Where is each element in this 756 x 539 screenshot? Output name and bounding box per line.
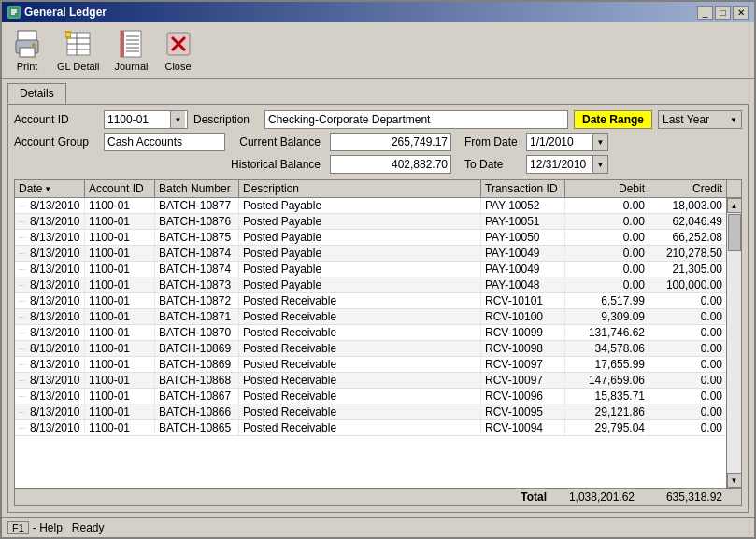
journal-button[interactable]: Journal: [109, 26, 152, 75]
col-header-description[interactable]: Description: [239, 180, 481, 197]
journal-icon: [116, 29, 146, 59]
print-icon: [12, 29, 42, 59]
cell-transaction-id: PAY-10050: [481, 230, 565, 245]
cell-account: 1100-01: [85, 262, 155, 277]
gl-detail-button[interactable]: GL Detail: [52, 26, 104, 75]
col-header-credit[interactable]: Credit: [649, 180, 726, 197]
table-row[interactable]: ··· 8/13/2010 1100-01 BATCH-10865 Posted…: [15, 420, 726, 436]
table-row[interactable]: ··· 8/13/2010 1100-01 BATCH-10867 Posted…: [15, 389, 726, 404]
cell-credit: 21,305.00: [649, 262, 726, 277]
cell-description: Posted Payable: [239, 198, 481, 213]
cell-credit: 0.00: [649, 325, 726, 340]
account-group-label: Account Group: [14, 135, 98, 149]
date-range-button[interactable]: Date Range: [574, 110, 652, 129]
cell-credit: 0.00: [649, 341, 726, 356]
table-row[interactable]: ··· 8/13/2010 1100-01 BATCH-10872 Posted…: [15, 293, 726, 309]
historical-balance-input[interactable]: [330, 155, 451, 174]
cell-account: 1100-01: [85, 230, 155, 245]
to-date-label: To Date: [464, 158, 521, 171]
table-row[interactable]: ··· 8/13/2010 1100-01 BATCH-10866 Posted…: [15, 404, 726, 420]
table-row[interactable]: ··· 8/13/2010 1100-01 BATCH-10869 Posted…: [15, 357, 726, 373]
cell-account: 1100-01: [85, 198, 155, 213]
table-row[interactable]: ··· 8/13/2010 1100-01 BATCH-10877 Posted…: [15, 198, 726, 214]
to-date-dropdown[interactable]: ▼: [592, 156, 607, 173]
svg-rect-6: [20, 48, 35, 57]
col-header-account-id[interactable]: Account ID: [85, 180, 155, 197]
table-row[interactable]: ··· 8/13/2010 1100-01 BATCH-10873 Posted…: [15, 277, 726, 293]
cell-batch: BATCH-10866: [155, 404, 239, 419]
cell-batch: BATCH-10874: [155, 262, 239, 277]
cell-transaction-id: RCV-10101: [481, 293, 565, 308]
cell-batch: BATCH-10873: [155, 277, 239, 292]
table-row[interactable]: ··· 8/13/2010 1100-01 BATCH-10870 Posted…: [15, 325, 726, 341]
cell-transaction-id: RCV-10098: [481, 341, 565, 356]
description-label: Description: [193, 113, 259, 126]
maximize-button[interactable]: □: [715, 6, 731, 20]
cell-date: ··· 8/13/2010: [15, 373, 85, 388]
cell-debit: 0.00: [565, 246, 649, 261]
cell-description: Posted Receivable: [239, 404, 481, 419]
table-row[interactable]: ··· 8/13/2010 1100-01 BATCH-10874 Posted…: [15, 262, 726, 277]
print-button[interactable]: Print: [7, 26, 47, 75]
table-footer: Total 1,038,201.62 635,318.92: [15, 488, 741, 505]
row-expand-icon: ···: [19, 392, 30, 401]
cell-date: ··· 8/13/2010: [15, 262, 85, 277]
cell-transaction-id: PAY-10052: [481, 198, 565, 213]
vertical-scrollbar[interactable]: ▲ ▼: [726, 198, 741, 488]
col-header-date[interactable]: Date ▼: [15, 180, 85, 197]
cell-transaction-id: RCV-10099: [481, 325, 565, 340]
scroll-track[interactable]: [727, 213, 741, 473]
row-expand-icon: ···: [19, 376, 30, 385]
cell-date: ··· 8/13/2010: [15, 230, 85, 245]
form-section: Account ID ▼ Description Date Range Last…: [14, 110, 742, 174]
account-group-input[interactable]: [104, 133, 225, 151]
cell-account: 1100-01: [85, 420, 155, 435]
col-header-transaction[interactable]: Transaction ID: [481, 180, 565, 197]
gl-detail-label: GL Detail: [57, 61, 99, 72]
cell-debit: 0.00: [565, 214, 649, 229]
col-header-debit[interactable]: Debit: [565, 180, 649, 197]
table-row[interactable]: ··· 8/13/2010 1100-01 BATCH-10868 Posted…: [15, 373, 726, 389]
to-date-input[interactable]: [527, 157, 592, 172]
scroll-up-button[interactable]: ▲: [727, 198, 742, 213]
gl-detail-icon: [64, 29, 93, 59]
cell-transaction-id: PAY-10051: [481, 214, 565, 229]
cell-description: Posted Payable: [239, 246, 481, 261]
scroll-down-button[interactable]: ▼: [727, 473, 742, 488]
last-year-label: Last Year: [663, 113, 709, 126]
cell-batch: BATCH-10874: [155, 246, 239, 261]
table-row[interactable]: ··· 8/13/2010 1100-01 BATCH-10869 Posted…: [15, 341, 726, 357]
main-panel: Account ID ▼ Description Date Range Last…: [7, 104, 749, 513]
col-header-batch[interactable]: Batch Number: [155, 180, 239, 197]
account-id-input[interactable]: [105, 112, 170, 127]
tab-bar: Details: [2, 79, 754, 104]
table-row[interactable]: ··· 8/13/2010 1100-01 BATCH-10874 Posted…: [15, 246, 726, 262]
cell-transaction-id: PAY-10049: [481, 262, 565, 277]
minimize-button[interactable]: _: [697, 6, 713, 20]
scroll-thumb[interactable]: [728, 214, 741, 251]
account-id-dropdown[interactable]: ▼: [170, 111, 185, 128]
table-row[interactable]: ··· 8/13/2010 1100-01 BATCH-10876 Posted…: [15, 214, 726, 230]
row-expand-icon: ···: [19, 218, 30, 226]
table-row[interactable]: ··· 8/13/2010 1100-01 BATCH-10875 Posted…: [15, 230, 726, 246]
svg-rect-13: [65, 31, 71, 38]
total-label: Total: [521, 490, 547, 504]
row-expand-icon: ···: [19, 345, 30, 353]
tab-details[interactable]: Details: [7, 83, 66, 104]
total-debit: 1,038,201.62: [550, 490, 635, 504]
cell-batch: BATCH-10869: [155, 357, 239, 372]
from-date-input[interactable]: [527, 135, 592, 149]
close-button[interactable]: Close: [159, 26, 198, 75]
cell-batch: BATCH-10865: [155, 420, 239, 435]
close-window-button[interactable]: ✕: [733, 6, 749, 20]
row-expand-icon: ···: [19, 265, 30, 274]
from-date-dropdown[interactable]: ▼: [592, 134, 607, 150]
last-year-dropdown[interactable]: Last Year ▼: [658, 110, 742, 129]
description-input[interactable]: [264, 110, 568, 129]
row-expand-icon: ···: [19, 234, 30, 242]
current-balance-input[interactable]: [330, 133, 451, 151]
cell-credit: 0.00: [649, 309, 726, 324]
cell-account: 1100-01: [85, 357, 155, 372]
cell-account: 1100-01: [85, 277, 155, 292]
table-row[interactable]: ··· 8/13/2010 1100-01 BATCH-10871 Posted…: [15, 309, 726, 325]
